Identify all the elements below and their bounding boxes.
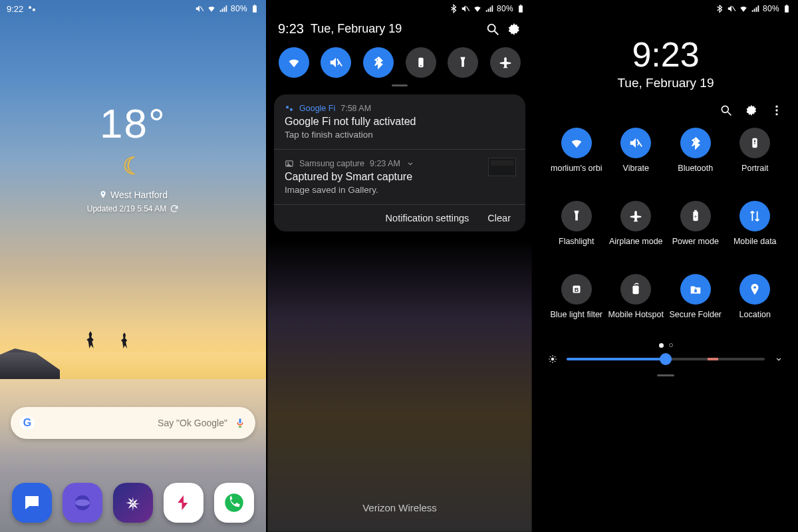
clear-button[interactable]: Clear [487, 213, 511, 223]
drag-handle[interactable] [392, 84, 408, 86]
airplane-tile[interactable] [620, 201, 651, 231]
svg-point-34 [754, 143, 755, 144]
svg-rect-26 [786, 5, 787, 5]
flashlight-toggle[interactable] [448, 47, 478, 78]
google-fi-icon [285, 104, 294, 113]
vibrate-toggle[interactable] [321, 47, 351, 78]
temperature-label: 18° [0, 100, 266, 147]
browser-app-icon[interactable] [63, 483, 102, 523]
home-screen: 9:22 80% 18° ☾ West Hartford Updated 2/1… [0, 0, 266, 532]
svg-line-50 [550, 361, 551, 362]
chevron-down-icon[interactable] [774, 354, 783, 364]
quick-settings-panel: 80% 9:23 Tue, February 19 morlium's orbi… [532, 0, 798, 532]
signal-icon [219, 4, 228, 13]
shade-header: 9:23 Tue, February 19 [267, 12, 532, 41]
hotspot-tile[interactable] [620, 274, 651, 305]
location-label: West Hartford [110, 190, 168, 200]
portrait-tile[interactable] [739, 128, 770, 158]
notif-time: 9:23 AM [370, 159, 400, 168]
qs-action-row [533, 90, 798, 121]
flashlight-tile[interactable] [561, 201, 592, 231]
svg-line-24 [732, 7, 735, 11]
svg-rect-41 [694, 290, 697, 293]
carrier-label: Verizon Wireless [267, 502, 532, 513]
tile-label: Mobile data [733, 237, 777, 257]
qs-time: 9:23 [533, 35, 798, 74]
notification-list: Google Fi 7:58 AM Google Fi not fully ac… [274, 94, 525, 231]
notif-app: Samsung capture [299, 159, 364, 168]
dock [0, 483, 266, 523]
search-icon[interactable] [485, 22, 500, 37]
wifi-toggle[interactable] [279, 47, 309, 78]
wifi-icon [739, 4, 748, 13]
signal-icon [751, 4, 760, 13]
svg-rect-0 [29, 7, 32, 9]
google-logo-icon: G [20, 416, 35, 430]
svg-point-31 [775, 109, 777, 111]
notification-item[interactable]: Samsung capture 9:23 AM Captured by Smar… [274, 149, 525, 204]
status-time: 9:22 [7, 4, 23, 14]
svg-rect-25 [785, 5, 789, 12]
airplane-toggle[interactable] [490, 47, 521, 78]
tile-label: Bluetooth [678, 164, 713, 184]
mobile-data-tile[interactable] [739, 201, 770, 231]
blue-light-tile[interactable]: B [561, 274, 592, 305]
svg-point-30 [775, 106, 777, 108]
gear-icon[interactable] [745, 104, 758, 117]
rotation-toggle[interactable] [406, 47, 436, 78]
drag-handle[interactable] [657, 374, 674, 376]
gear-icon[interactable] [507, 22, 521, 37]
svg-rect-20 [286, 106, 289, 109]
search-icon[interactable] [720, 104, 733, 117]
notif-body: Tap to finish activation [285, 130, 515, 140]
mic-icon[interactable] [234, 417, 246, 429]
google-search-bar[interactable]: G Say "Ok Google" [11, 407, 255, 439]
svg-point-23 [287, 162, 289, 164]
qs-grid: morlium's orbi Vibrate Bluetooth Portrai… [533, 121, 798, 330]
svg-point-15 [488, 24, 495, 31]
tile-label: Mobile Hotspot [608, 310, 664, 330]
messages-app-icon[interactable] [12, 483, 52, 523]
location-tile[interactable] [739, 274, 770, 305]
updated-label: Updated 2/19 5:54 AM [87, 204, 166, 213]
secure-folder-tile[interactable] [680, 274, 711, 305]
page-indicator[interactable] [533, 343, 798, 348]
wallpaper-horizon [0, 319, 266, 379]
refresh-icon[interactable] [170, 204, 179, 213]
notification-item[interactable]: Google Fi 7:58 AM Google Fi not fully ac… [274, 94, 525, 149]
chevron-down-icon[interactable] [406, 159, 415, 168]
mute-icon [727, 4, 736, 13]
page-dot [669, 343, 673, 347]
tile-label: Blue light filter [550, 310, 602, 330]
battery-icon [250, 4, 259, 13]
overflow-icon[interactable] [770, 104, 783, 117]
weather-widget[interactable]: 18° ☾ West Hartford Updated 2/19 5:54 AM [0, 100, 266, 213]
brightness-icon [548, 354, 557, 364]
svg-rect-4 [254, 5, 255, 5]
svg-rect-40 [633, 286, 639, 295]
brightness-slider[interactable] [567, 358, 765, 360]
shade-time: 9:23 [278, 21, 304, 37]
svg-rect-1 [33, 9, 35, 11]
notif-body: Image saved in Gallery. [285, 185, 515, 195]
bluetooth-tile[interactable] [680, 128, 711, 158]
svg-point-10 [75, 499, 90, 506]
phone-app-icon[interactable] [214, 483, 254, 523]
svg-line-48 [550, 356, 551, 357]
notif-title: Captured by Smart capture [285, 171, 515, 183]
bluetooth-toggle[interactable] [363, 47, 394, 78]
tile-label: Vibrate [623, 164, 649, 184]
music-app-icon[interactable] [164, 483, 203, 523]
svg-rect-6 [239, 418, 241, 424]
svg-point-5 [102, 193, 104, 194]
svg-rect-14 [520, 5, 521, 5]
vibrate-tile[interactable] [620, 128, 651, 158]
power-mode-tile[interactable]: + [680, 201, 711, 231]
notification-settings-button[interactable]: Notification settings [386, 213, 469, 223]
shade-date: Tue, February 19 [311, 22, 479, 36]
svg-point-32 [775, 113, 777, 115]
galaxy-apps-icon[interactable] [113, 483, 153, 523]
battery-icon [782, 4, 791, 13]
wifi-tile[interactable] [561, 128, 592, 158]
svg-line-16 [495, 31, 499, 35]
